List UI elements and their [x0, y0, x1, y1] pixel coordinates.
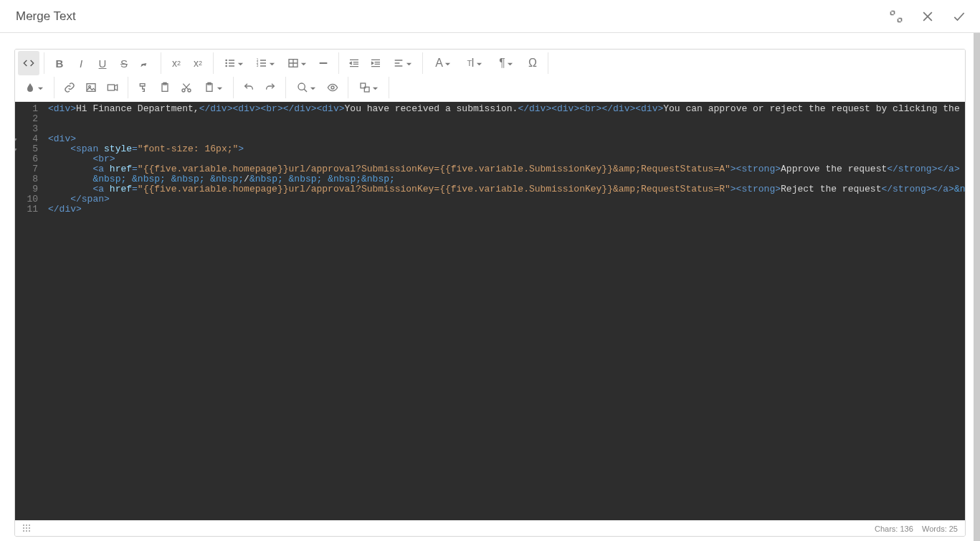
line-number: 4▾ [15, 134, 38, 144]
clipboard-button[interactable] [197, 75, 229, 100]
titlebar: Merge Text [0, 0, 980, 33]
special-char-button[interactable]: Ω [522, 51, 543, 75]
status-counts: Chars: 136 Words: 25 [875, 524, 958, 533]
fold-icon[interactable]: ▾ [15, 145, 17, 155]
line-number: 9 [15, 184, 38, 194]
code-line[interactable]: <div>Hi Finance Department,</div><div><b… [48, 104, 961, 114]
line-number: 10 [15, 194, 38, 204]
code-line[interactable] [48, 114, 961, 124]
separator [285, 77, 286, 98]
line-number: 7 [15, 164, 38, 174]
clear-format-button[interactable] [135, 51, 156, 75]
svg-point-2 [226, 60, 227, 60]
separator [389, 77, 389, 98]
font-color-button[interactable]: A [427, 51, 459, 75]
underline-button[interactable]: U [92, 51, 113, 75]
align-button[interactable] [386, 51, 418, 75]
line-number: 1 [15, 104, 38, 114]
svg-point-52 [23, 530, 24, 532]
separator [128, 77, 128, 98]
unordered-list-button[interactable] [218, 51, 249, 75]
code-view-button[interactable] [18, 51, 39, 75]
words-value: 25 [949, 524, 958, 533]
preview-button[interactable] [322, 75, 343, 100]
horizontal-rule-button[interactable] [313, 51, 334, 75]
outdent-button[interactable] [343, 51, 365, 75]
svg-text:3: 3 [256, 64, 258, 67]
editor-frame: B I U S x2 x2 123 [14, 49, 966, 537]
separator [548, 52, 548, 74]
svg-point-47 [26, 524, 27, 526]
svg-point-43 [331, 86, 334, 89]
font-size-button[interactable]: TI [459, 51, 490, 75]
line-number: 6 [15, 154, 38, 164]
svg-point-48 [29, 524, 30, 526]
code-line[interactable]: </span> [48, 194, 961, 204]
svg-point-6 [226, 65, 227, 66]
ink-drop-button[interactable] [18, 75, 49, 100]
superscript-button[interactable]: x2 [166, 51, 187, 75]
code-line[interactable]: <a href="{{five.variable.homepage}}url/a… [48, 184, 961, 194]
separator [338, 52, 339, 74]
toolbar-row-1: B I U S x2 x2 123 [18, 51, 962, 75]
insert-link-button[interactable] [59, 75, 80, 100]
ordered-list-button[interactable]: 123 [249, 51, 281, 75]
bold-button[interactable]: B [49, 51, 70, 75]
svg-line-42 [304, 89, 307, 92]
format-painter-button[interactable] [133, 75, 154, 100]
insert-video-button[interactable] [102, 75, 123, 100]
window: Merge Text B I U S [0, 0, 980, 541]
table-button[interactable] [281, 51, 313, 75]
line-number: 11 [15, 204, 38, 215]
check-icon[interactable] [951, 9, 967, 24]
separator [54, 77, 54, 98]
code-lines[interactable]: <div>Hi Finance Department,</div><div><b… [44, 102, 965, 520]
indent-button[interactable] [365, 51, 386, 75]
fold-icon[interactable]: ▾ [15, 135, 17, 145]
paragraph-format-button[interactable]: ¶ [490, 51, 522, 75]
statusbar: Chars: 136 Words: 25 [15, 520, 965, 536]
subscript-button[interactable]: x2 [187, 51, 209, 75]
chars-value: 136 [900, 524, 913, 533]
close-icon[interactable] [920, 9, 936, 24]
svg-point-46 [23, 524, 24, 526]
restore-icon[interactable] [888, 9, 904, 24]
svg-rect-31 [108, 85, 114, 90]
paste-button[interactable] [154, 75, 176, 100]
line-number: 3 [15, 124, 38, 134]
italic-button[interactable]: I [70, 51, 92, 75]
insert-image-button[interactable] [80, 75, 102, 100]
strikethrough-button[interactable]: S [113, 51, 135, 75]
toolbar-row-2 [18, 75, 962, 100]
code-line[interactable]: <a href="{{five.variable.homepage}}url/a… [48, 164, 961, 174]
group-button[interactable] [353, 75, 384, 100]
svg-rect-29 [87, 84, 95, 92]
code-line[interactable] [48, 124, 961, 134]
code-line[interactable]: <br> [48, 154, 961, 164]
code-line[interactable]: &nbsp; &nbsp; &nbsp; &nbsp;/&nbsp; &nbsp… [48, 174, 961, 184]
zoom-button[interactable] [290, 75, 322, 100]
svg-point-54 [29, 530, 30, 532]
toolbar: B I U S x2 x2 123 [15, 50, 965, 102]
undo-button[interactable] [238, 75, 260, 100]
line-gutter: 1234▾5▾67891011 [15, 102, 44, 520]
svg-point-51 [29, 527, 30, 529]
separator [422, 52, 423, 74]
svg-point-50 [26, 527, 27, 529]
code-line[interactable]: <span style="font-size: 16px;"> [48, 144, 961, 154]
separator [233, 77, 234, 98]
scrollbar-thumb[interactable] [974, 33, 980, 541]
svg-point-49 [23, 527, 24, 529]
page-scrollbar[interactable] [974, 33, 980, 541]
code-editor[interactable]: 1234▾5▾67891011 <div>Hi Finance Departme… [15, 102, 965, 520]
line-number: 2 [15, 114, 38, 124]
redo-button[interactable] [260, 75, 281, 100]
window-title: Merge Text [16, 9, 76, 24]
line-number: 8 [15, 174, 38, 184]
titlebar-actions [888, 9, 967, 24]
cut-button[interactable] [176, 75, 197, 100]
code-line[interactable]: <div> [48, 134, 961, 144]
code-line[interactable]: </div> [48, 204, 961, 215]
svg-point-41 [298, 83, 305, 90]
chars-label: Chars: [875, 524, 898, 533]
